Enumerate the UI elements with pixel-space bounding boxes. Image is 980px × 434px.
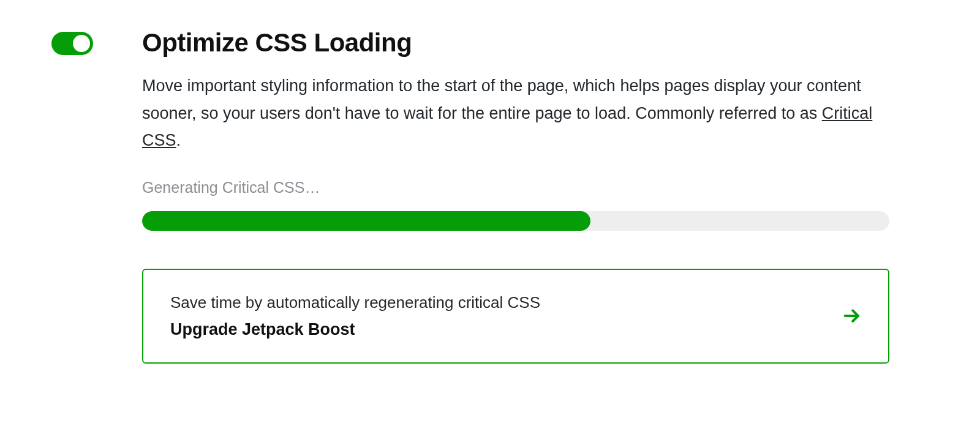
upsell-text: Save time by automatically regenerating … xyxy=(170,290,540,343)
feature-content: Optimize CSS Loading Move important styl… xyxy=(142,28,889,364)
feature-title: Optimize CSS Loading xyxy=(142,28,889,58)
feature-toggle[interactable] xyxy=(51,32,93,55)
upgrade-upsell-card[interactable]: Save time by automatically regenerating … xyxy=(142,269,889,364)
progress-bar-fill xyxy=(142,211,590,231)
arrow-right-icon xyxy=(843,307,861,325)
progress-bar xyxy=(142,211,889,231)
progress-status-text: Generating Critical CSS… xyxy=(142,179,889,196)
toggle-knob xyxy=(73,35,90,52)
feature-description: Move important styling information to th… xyxy=(142,72,889,154)
upsell-message: Save time by automatically regenerating … xyxy=(170,293,540,312)
feature-description-text-before: Move important styling information to th… xyxy=(142,77,861,122)
upsell-cta: Upgrade Jetpack Boost xyxy=(170,316,540,343)
feature-description-text-after: . xyxy=(176,131,181,149)
